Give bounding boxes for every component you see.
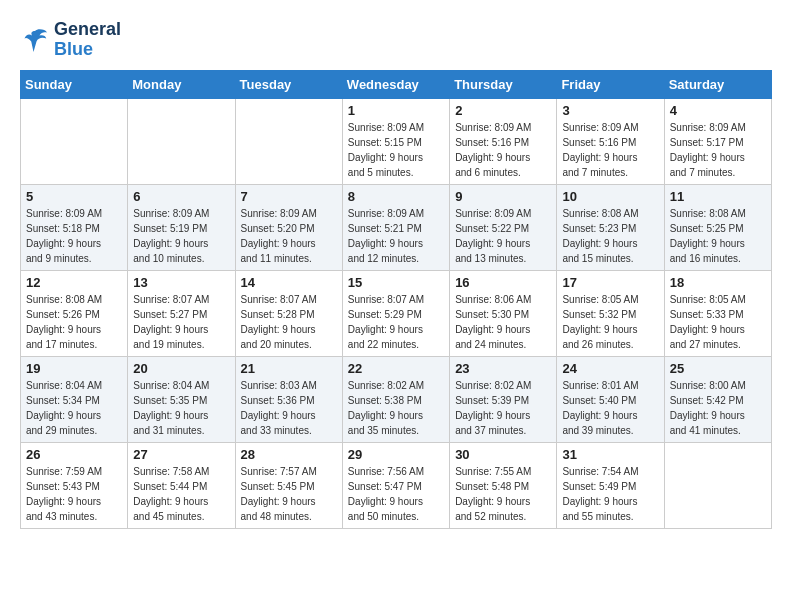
day-number: 18 — [670, 275, 766, 290]
calendar-cell: 12Sunrise: 8:08 AM Sunset: 5:26 PM Dayli… — [21, 270, 128, 356]
day-info: Sunrise: 8:09 AM Sunset: 5:16 PM Dayligh… — [455, 120, 551, 180]
day-number: 30 — [455, 447, 551, 462]
day-number: 4 — [670, 103, 766, 118]
calendar-cell: 1Sunrise: 8:09 AM Sunset: 5:15 PM Daylig… — [342, 98, 449, 184]
calendar-cell — [128, 98, 235, 184]
calendar-cell: 5Sunrise: 8:09 AM Sunset: 5:18 PM Daylig… — [21, 184, 128, 270]
day-info: Sunrise: 8:09 AM Sunset: 5:20 PM Dayligh… — [241, 206, 337, 266]
calendar-cell: 11Sunrise: 8:08 AM Sunset: 5:25 PM Dayli… — [664, 184, 771, 270]
calendar-cell: 7Sunrise: 8:09 AM Sunset: 5:20 PM Daylig… — [235, 184, 342, 270]
calendar-week-row: 19Sunrise: 8:04 AM Sunset: 5:34 PM Dayli… — [21, 356, 772, 442]
day-number: 9 — [455, 189, 551, 204]
day-number: 14 — [241, 275, 337, 290]
weekday-header: Sunday — [21, 70, 128, 98]
day-info: Sunrise: 7:55 AM Sunset: 5:48 PM Dayligh… — [455, 464, 551, 524]
calendar-cell: 28Sunrise: 7:57 AM Sunset: 5:45 PM Dayli… — [235, 442, 342, 528]
day-number: 3 — [562, 103, 658, 118]
day-number: 20 — [133, 361, 229, 376]
day-info: Sunrise: 8:02 AM Sunset: 5:39 PM Dayligh… — [455, 378, 551, 438]
calendar-cell: 18Sunrise: 8:05 AM Sunset: 5:33 PM Dayli… — [664, 270, 771, 356]
day-number: 5 — [26, 189, 122, 204]
weekday-header: Monday — [128, 70, 235, 98]
weekday-header: Wednesday — [342, 70, 449, 98]
weekday-header: Thursday — [450, 70, 557, 98]
day-info: Sunrise: 8:09 AM Sunset: 5:22 PM Dayligh… — [455, 206, 551, 266]
calendar-cell: 13Sunrise: 8:07 AM Sunset: 5:27 PM Dayli… — [128, 270, 235, 356]
day-info: Sunrise: 8:09 AM Sunset: 5:17 PM Dayligh… — [670, 120, 766, 180]
day-info: Sunrise: 7:56 AM Sunset: 5:47 PM Dayligh… — [348, 464, 444, 524]
day-info: Sunrise: 7:54 AM Sunset: 5:49 PM Dayligh… — [562, 464, 658, 524]
day-number: 1 — [348, 103, 444, 118]
day-info: Sunrise: 8:06 AM Sunset: 5:30 PM Dayligh… — [455, 292, 551, 352]
day-info: Sunrise: 8:01 AM Sunset: 5:40 PM Dayligh… — [562, 378, 658, 438]
day-number: 19 — [26, 361, 122, 376]
day-number: 31 — [562, 447, 658, 462]
calendar-cell: 25Sunrise: 8:00 AM Sunset: 5:42 PM Dayli… — [664, 356, 771, 442]
calendar-cell: 15Sunrise: 8:07 AM Sunset: 5:29 PM Dayli… — [342, 270, 449, 356]
weekday-header: Friday — [557, 70, 664, 98]
weekday-header: Tuesday — [235, 70, 342, 98]
day-number: 2 — [455, 103, 551, 118]
day-info: Sunrise: 8:08 AM Sunset: 5:23 PM Dayligh… — [562, 206, 658, 266]
day-info: Sunrise: 8:03 AM Sunset: 5:36 PM Dayligh… — [241, 378, 337, 438]
day-number: 11 — [670, 189, 766, 204]
day-info: Sunrise: 8:07 AM Sunset: 5:28 PM Dayligh… — [241, 292, 337, 352]
calendar-cell: 9Sunrise: 8:09 AM Sunset: 5:22 PM Daylig… — [450, 184, 557, 270]
calendar-week-row: 1Sunrise: 8:09 AM Sunset: 5:15 PM Daylig… — [21, 98, 772, 184]
day-info: Sunrise: 8:04 AM Sunset: 5:34 PM Dayligh… — [26, 378, 122, 438]
day-number: 13 — [133, 275, 229, 290]
calendar-cell: 8Sunrise: 8:09 AM Sunset: 5:21 PM Daylig… — [342, 184, 449, 270]
calendar-week-row: 26Sunrise: 7:59 AM Sunset: 5:43 PM Dayli… — [21, 442, 772, 528]
day-info: Sunrise: 8:07 AM Sunset: 5:29 PM Dayligh… — [348, 292, 444, 352]
day-number: 21 — [241, 361, 337, 376]
logo-bird-icon — [20, 25, 50, 55]
day-info: Sunrise: 8:09 AM Sunset: 5:16 PM Dayligh… — [562, 120, 658, 180]
day-number: 17 — [562, 275, 658, 290]
day-info: Sunrise: 7:58 AM Sunset: 5:44 PM Dayligh… — [133, 464, 229, 524]
day-info: Sunrise: 7:59 AM Sunset: 5:43 PM Dayligh… — [26, 464, 122, 524]
day-info: Sunrise: 8:09 AM Sunset: 5:21 PM Dayligh… — [348, 206, 444, 266]
calendar-cell: 10Sunrise: 8:08 AM Sunset: 5:23 PM Dayli… — [557, 184, 664, 270]
calendar-cell: 21Sunrise: 8:03 AM Sunset: 5:36 PM Dayli… — [235, 356, 342, 442]
calendar-cell: 31Sunrise: 7:54 AM Sunset: 5:49 PM Dayli… — [557, 442, 664, 528]
day-number: 26 — [26, 447, 122, 462]
calendar-week-row: 5Sunrise: 8:09 AM Sunset: 5:18 PM Daylig… — [21, 184, 772, 270]
calendar-cell: 23Sunrise: 8:02 AM Sunset: 5:39 PM Dayli… — [450, 356, 557, 442]
calendar-cell: 20Sunrise: 8:04 AM Sunset: 5:35 PM Dayli… — [128, 356, 235, 442]
day-number: 29 — [348, 447, 444, 462]
day-info: Sunrise: 8:09 AM Sunset: 5:19 PM Dayligh… — [133, 206, 229, 266]
day-number: 15 — [348, 275, 444, 290]
day-number: 16 — [455, 275, 551, 290]
calendar-cell: 2Sunrise: 8:09 AM Sunset: 5:16 PM Daylig… — [450, 98, 557, 184]
day-number: 8 — [348, 189, 444, 204]
calendar-cell: 27Sunrise: 7:58 AM Sunset: 5:44 PM Dayli… — [128, 442, 235, 528]
calendar-cell: 4Sunrise: 8:09 AM Sunset: 5:17 PM Daylig… — [664, 98, 771, 184]
day-number: 10 — [562, 189, 658, 204]
day-info: Sunrise: 8:05 AM Sunset: 5:32 PM Dayligh… — [562, 292, 658, 352]
logo: General Blue — [20, 20, 121, 60]
day-number: 22 — [348, 361, 444, 376]
day-info: Sunrise: 7:57 AM Sunset: 5:45 PM Dayligh… — [241, 464, 337, 524]
calendar-cell — [235, 98, 342, 184]
calendar-cell — [21, 98, 128, 184]
calendar-cell — [664, 442, 771, 528]
day-info: Sunrise: 8:09 AM Sunset: 5:15 PM Dayligh… — [348, 120, 444, 180]
day-info: Sunrise: 8:09 AM Sunset: 5:18 PM Dayligh… — [26, 206, 122, 266]
page-header: General Blue — [20, 20, 772, 60]
day-info: Sunrise: 8:00 AM Sunset: 5:42 PM Dayligh… — [670, 378, 766, 438]
day-number: 7 — [241, 189, 337, 204]
weekday-header: Saturday — [664, 70, 771, 98]
day-info: Sunrise: 8:04 AM Sunset: 5:35 PM Dayligh… — [133, 378, 229, 438]
calendar-cell: 14Sunrise: 8:07 AM Sunset: 5:28 PM Dayli… — [235, 270, 342, 356]
calendar-cell: 19Sunrise: 8:04 AM Sunset: 5:34 PM Dayli… — [21, 356, 128, 442]
calendar-cell: 29Sunrise: 7:56 AM Sunset: 5:47 PM Dayli… — [342, 442, 449, 528]
calendar-table: SundayMondayTuesdayWednesdayThursdayFrid… — [20, 70, 772, 529]
calendar-cell: 3Sunrise: 8:09 AM Sunset: 5:16 PM Daylig… — [557, 98, 664, 184]
calendar-cell: 17Sunrise: 8:05 AM Sunset: 5:32 PM Dayli… — [557, 270, 664, 356]
day-number: 24 — [562, 361, 658, 376]
day-number: 27 — [133, 447, 229, 462]
calendar-cell: 30Sunrise: 7:55 AM Sunset: 5:48 PM Dayli… — [450, 442, 557, 528]
calendar-cell: 26Sunrise: 7:59 AM Sunset: 5:43 PM Dayli… — [21, 442, 128, 528]
day-info: Sunrise: 8:08 AM Sunset: 5:26 PM Dayligh… — [26, 292, 122, 352]
day-info: Sunrise: 8:05 AM Sunset: 5:33 PM Dayligh… — [670, 292, 766, 352]
